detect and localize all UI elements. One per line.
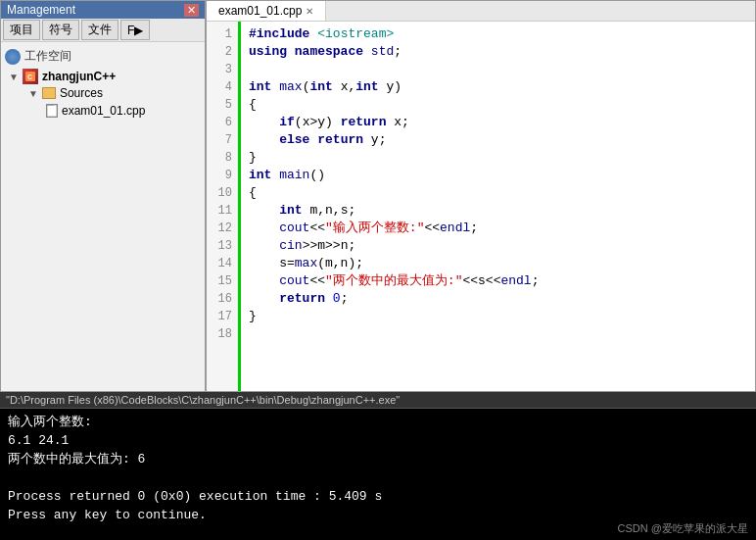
workspace-icon [5,49,21,65]
management-toolbar: 项目 符号 文件 F▶ [1,19,205,42]
terminal-line-1: 输入两个整数: [8,413,748,431]
code-content[interactable]: #include <iostream> using namespace std;… [241,22,755,391]
editor-tab[interactable]: exam01_01.cpp ✕ [207,1,326,21]
terminal-line-2: 6.1 24.1 [8,431,748,450]
sources-folder-row[interactable]: ▼ Sources [9,84,201,102]
terminal-line-3: 两个数中的最大值为: 6 [8,450,748,468]
line-numbers: 12345 678910 1112131415 161718 [207,22,241,391]
management-header: Management ✕ [1,1,205,19]
management-panel: Management ✕ 项目 符号 文件 F▶ 工作空间 ▼ C zhangj… [0,0,206,392]
editor-area: exam01_01.cpp ✕ 12345 678910 1112131415 … [206,0,756,392]
tab-close-icon[interactable]: ✕ [306,6,313,17]
terminal-body: 输入两个整数: 6.1 24.1 两个数中的最大值为: 6 Process re… [0,409,756,528]
project-label: zhangjunC++ [42,70,116,83]
close-button[interactable]: ✕ [184,4,199,17]
terminal-line-4 [8,468,748,487]
file-icon [46,104,58,118]
csdn-watermark: CSDN @爱吃苹果的派大星 [618,521,748,536]
svg-rect-3 [47,105,54,106]
editor-content: 12345 678910 1112131415 161718 #include … [207,22,755,391]
toolbar-f-btn[interactable]: F▶ [120,20,150,40]
toolbar-project-btn[interactable]: 项目 [3,20,40,40]
svg-text:C: C [27,74,32,80]
folder-icon [42,87,56,99]
expand-arrow: ▼ [9,72,19,82]
workspace-row: 工作空间 [5,46,201,67]
folder-label: Sources [60,86,103,100]
management-title: Management [7,3,75,17]
project-icon: C [23,69,38,84]
file-row[interactable]: exam01_01.cpp [9,102,201,120]
workspace-label: 工作空间 [24,48,71,65]
terminal-path: "D:\Program Files (x86)\CodeBlocks\C\zha… [6,394,400,406]
file-label: exam01_01.cpp [62,104,145,118]
terminal-header: "D:\Program Files (x86)\CodeBlocks\C\zha… [0,392,756,409]
tab-label: exam01_01.cpp [218,4,302,18]
toolbar-symbol-btn[interactable]: 符号 [42,20,79,40]
toolbar-file-btn[interactable]: 文件 [81,20,118,40]
project-row[interactable]: ▼ C zhangjunC++ [9,69,201,84]
project-container: ▼ C zhangjunC++ ▼ Sources [5,67,201,122]
folder-expand-arrow: ▼ [28,88,38,99]
management-tree: 工作空间 ▼ C zhangjunC++ ▼ Sources [1,42,205,391]
editor-tabs: exam01_01.cpp ✕ [207,1,755,22]
terminal-line-5: Process returned 0 (0x0) execution time … [8,487,748,506]
svg-rect-2 [47,105,57,117]
terminal-area: "D:\Program Files (x86)\CodeBlocks\C\zha… [0,392,756,540]
